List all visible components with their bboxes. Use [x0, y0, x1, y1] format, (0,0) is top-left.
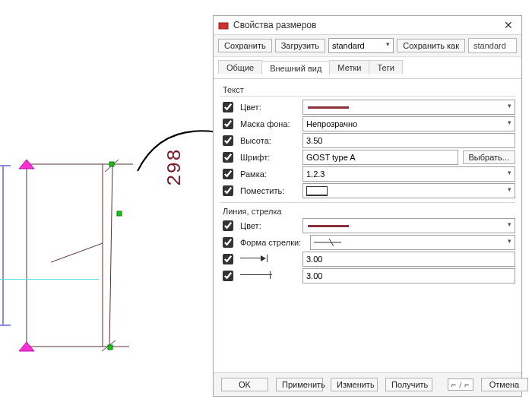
- bg-mask-value: Непрозрачно: [306, 119, 357, 128]
- group-line-caption: Линия, стрелка: [220, 205, 515, 217]
- color-swatch-icon: [308, 106, 349, 109]
- tab-marks[interactable]: Метки: [329, 60, 369, 74]
- arrow-size-1-value: 3.00: [306, 255, 322, 264]
- apply-button[interactable]: Применить: [276, 378, 323, 391]
- svg-rect-3: [27, 164, 103, 347]
- axis-line: [0, 279, 99, 280]
- svg-rect-16: [219, 23, 228, 29]
- arrow-length-icon: [240, 254, 272, 263]
- check-font[interactable]: [223, 152, 233, 163]
- check-line-color[interactable]: [223, 220, 233, 231]
- tab-tags[interactable]: Теги: [369, 60, 402, 74]
- get-button[interactable]: Получить: [385, 378, 432, 391]
- check-text-color[interactable]: [223, 102, 233, 112]
- check-arrow-size-2[interactable]: [223, 271, 233, 281]
- ok-button[interactable]: OK: [221, 378, 268, 391]
- arrow-shape-glyph-icon: [314, 239, 341, 246]
- toggle-a: ⌐: [451, 380, 456, 389]
- label-arrow-shape: Форма стрелки:: [240, 238, 306, 247]
- tab-general[interactable]: Общие: [218, 60, 262, 74]
- label-arrow-size-1: [240, 254, 298, 264]
- check-height[interactable]: [223, 135, 233, 146]
- height-value: 3.50: [306, 136, 322, 145]
- group-text-caption: Текст: [220, 84, 515, 97]
- dialog-footer: OK Применить Изменить Получить ⌐/⌐ Отмен…: [214, 372, 521, 396]
- check-arrow-shape[interactable]: [223, 237, 233, 248]
- save-button[interactable]: Сохранить: [218, 39, 272, 52]
- preset-selected: standard: [332, 41, 365, 50]
- check-frame[interactable]: [223, 169, 233, 179]
- label-line-color: Цвет:: [240, 221, 298, 230]
- svg-line-6: [109, 164, 112, 347]
- label-frame: Рамка:: [240, 169, 298, 179]
- line-color-select[interactable]: [302, 218, 515, 233]
- height-input[interactable]: 3.50: [302, 133, 515, 148]
- dimension-properties-dialog: Свойства размеров ✕ Сохранить Загрузить …: [213, 15, 522, 397]
- svg-marker-10: [19, 160, 34, 169]
- svg-rect-13: [108, 345, 112, 350]
- dialog-title: Свойства размеров: [233, 20, 495, 30]
- check-arrow-size-1[interactable]: [223, 254, 233, 264]
- arrow-offset-icon: [240, 271, 272, 280]
- load-button[interactable]: Загрузить: [275, 39, 325, 52]
- preset-select[interactable]: standard: [328, 38, 394, 53]
- place-select[interactable]: [302, 183, 515, 198]
- place-glyph-icon: [306, 186, 328, 196]
- orientation-toggle[interactable]: ⌐/⌐: [448, 378, 473, 391]
- label-text-color: Цвет:: [240, 103, 298, 112]
- font-value: GOST type A: [306, 153, 356, 162]
- check-bg-mask[interactable]: [223, 119, 233, 129]
- label-place: Поместить:: [240, 186, 298, 195]
- svg-line-8: [102, 340, 116, 351]
- svg-rect-12: [109, 162, 114, 166]
- label-height: Высота:: [240, 136, 298, 145]
- frame-value: 1.2.3: [306, 169, 325, 179]
- arrow-size-2-input[interactable]: 3.00: [302, 268, 515, 283]
- io-toolbar: Сохранить Загрузить standard Сохранить к…: [214, 35, 521, 57]
- svg-marker-11: [19, 342, 34, 351]
- font-browse-button[interactable]: Выбрать...: [463, 150, 515, 164]
- frame-select[interactable]: 1.2.3: [302, 166, 515, 182]
- color-swatch-icon: [308, 225, 349, 227]
- tab-body: Текст Цвет: Маска фона: Непрозрачно Высо…: [214, 79, 521, 368]
- arrow-shape-select[interactable]: [310, 235, 515, 250]
- save-as-button[interactable]: Сохранить как: [397, 39, 465, 52]
- close-icon[interactable]: ✕: [495, 16, 521, 34]
- tab-appearance[interactable]: Внешний вид: [261, 61, 330, 74]
- app-icon: [218, 20, 229, 30]
- label-font: Шрифт:: [240, 153, 298, 162]
- cancel-button[interactable]: Отмена: [481, 378, 528, 391]
- cad-canvas: 298: [0, 0, 228, 399]
- text-color-select[interactable]: [302, 100, 515, 115]
- toggle-b: ⌐: [464, 380, 469, 389]
- arrow-size-1-input[interactable]: 3.00: [302, 252, 515, 267]
- titlebar: Свойства размеров ✕: [214, 16, 521, 35]
- bg-mask-select[interactable]: Непрозрачно: [302, 116, 515, 131]
- svg-rect-14: [117, 211, 122, 216]
- tab-strip: Общие Внешний вид Метки Теги: [214, 57, 521, 79]
- font-field[interactable]: GOST type A: [302, 150, 458, 165]
- svg-line-7: [105, 160, 119, 172]
- arrow-size-2-value: 3.00: [306, 271, 322, 280]
- current-preset-name: standard: [468, 38, 517, 53]
- check-place[interactable]: [223, 185, 233, 196]
- modify-button[interactable]: Изменить: [331, 378, 378, 391]
- svg-line-9: [51, 243, 103, 262]
- label-bg-mask: Маска фона:: [240, 119, 298, 128]
- group-divider: [220, 202, 515, 203]
- label-arrow-size-2: [240, 271, 298, 281]
